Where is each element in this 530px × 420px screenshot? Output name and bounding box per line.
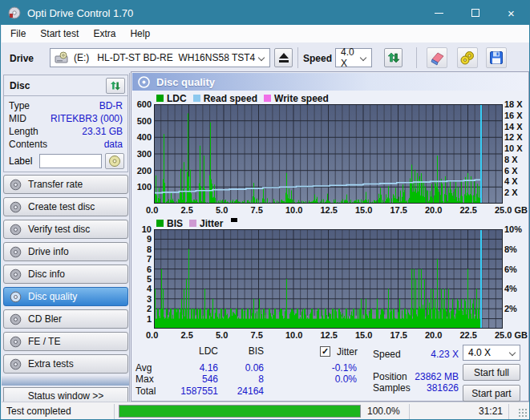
speed-select[interactable]: 4.0 X [335,48,372,67]
x-tick-label: 5.0 [216,330,228,340]
eject-button[interactable] [274,48,293,67]
y-tick-label: 2 [147,304,152,313]
resize-grip[interactable] [518,408,528,418]
sidebar-item-extra-tests[interactable]: Extra tests [3,354,128,374]
total-bis-value: 24164 [216,386,264,397]
minimize-button[interactable] [421,1,457,25]
y-tick-label: 16 X [504,111,523,120]
label-input[interactable] [39,154,102,168]
y-tick-label: 6 X [504,166,518,176]
chevron-down-icon [258,55,265,61]
bis-chart: BISJitter 10987654321 10%8%6%4%2% 0.02.5… [132,218,528,340]
sidebar-bottom-strip [2,376,129,386]
toolbar: Drive (E:) HL-DT-ST BD-RE WH16NS58 TST4 … [2,42,530,73]
sidebar: Disc TypeBD-RMIDRITEKBR3 (000)Length23.3… [2,73,130,402]
y-tick-label: 6% [504,265,517,274]
panel-header: Disc quality [132,73,528,91]
x-tick-label: 7.5 [251,205,263,215]
disc-label-button[interactable] [105,153,124,169]
eraser-icon [429,50,445,66]
disc-row-type: TypeBD-R [4,99,127,112]
max-bis-value: 8 [216,374,264,385]
elapsed-time: 31:21 [443,406,503,417]
x-tick-label: 15.0 [355,205,372,215]
jitter-checkbox-label: Jitter [337,346,358,357]
start-full-button[interactable]: Start full [463,364,520,381]
ldc-chart: LDCRead speedWrite speed 600500400300200… [132,93,528,215]
test-speed-value: 4.0 X [468,347,491,358]
y-tick-label: 12 X [504,132,523,142]
ldc-column-header: LDC [170,345,218,357]
legend-swatch [193,95,200,102]
x-tick-label: 17.5 [390,330,407,340]
avg-bis-value: 0.06 [216,362,264,374]
yellow-discs-icon [459,50,475,66]
speed-info-value: 4.23 X [403,349,459,360]
ldc-chart-legend: LDCRead speedWrite speed [156,93,335,103]
legend-marker [231,218,237,222]
sidebar-item-disc-info[interactable]: Disc info [3,265,128,284]
disc-icon [10,201,22,213]
y-tick-label: 200 [137,166,152,176]
bis-chart-plot [154,229,503,329]
refresh-arrows-icon [110,80,121,91]
close-icon: × [508,7,515,19]
sidebar-item-verify-test-disc[interactable]: Verify test disc [3,220,128,239]
erase-disc-button[interactable] [427,47,447,68]
menu-extra[interactable]: Extra [86,26,123,42]
speed-info-label: Speed [373,349,401,360]
save-button[interactable] [486,47,507,68]
sidebar-item-create-test-disc[interactable]: Create test disc [3,197,128,216]
sidebar-item-drive-info[interactable]: Drive info [3,242,128,261]
x-tick-label: 25.0 GB [495,205,528,215]
refresh-button[interactable] [384,48,403,67]
progress-bar [119,405,361,418]
y-tick-label: 4% [504,284,517,293]
menu-file[interactable]: File [3,26,33,42]
y-tick-label: 6 [147,265,152,274]
x-tick-label: 0.0 [146,205,158,215]
y-tick-label: 7 [147,254,152,264]
max-ldc-value: 546 [170,374,218,385]
legend-write-speed: Write speed [264,93,329,104]
maximize-button[interactable] [457,1,493,25]
legend-swatch [189,220,196,227]
start-part-button[interactable]: Start part [463,385,520,402]
sidebar-item-fe-te[interactable]: FE / TE [3,332,128,351]
legend-ldc: LDC [156,93,187,104]
disc-icon [10,269,22,281]
bis-column-header: BIS [216,345,264,357]
save-floppy-icon [488,50,504,66]
drive-select[interactable]: (E:) HL-DT-ST BD-RE WH16NS58 TST4 [50,48,270,67]
y-tick-label: 5 [147,274,152,284]
avg-ldc-value: 4.16 [170,362,218,374]
y-tick-label: 10 X [504,143,523,153]
sidebar-item-cd-bler[interactable]: CD Bler [3,309,128,329]
disc-icon [108,155,121,168]
y-tick-label: 100 [137,182,152,192]
chevron-down-icon [509,349,516,356]
menu-start-test[interactable]: Start test [33,26,86,42]
jitter-checkbox[interactable]: ✓ [320,346,330,357]
label-field-caption: Label [9,155,32,167]
drive-label: Drive [10,53,34,64]
title-bar: Opti Drive Control 1.70 × [1,1,529,25]
menu-help[interactable]: Help [123,26,157,42]
app-disc-icon [8,6,21,19]
sidebar-item-transfer-rate[interactable]: Transfer rate [3,175,128,194]
options-button[interactable] [457,47,478,68]
avg-jitter-value: -0.1% [309,362,357,374]
x-tick-label: 2.5 [181,205,193,215]
close-button[interactable]: × [493,1,529,25]
y-tick-label: 4 [147,284,152,293]
speed-label: Speed [303,53,332,64]
x-tick-label: 5.0 [216,205,228,215]
y-tick-label: 14 X [504,122,523,131]
y-tick-label: 1 [147,314,152,324]
stats-panel: LDC BIS Avg Max Total 4.16 0.06 -0.1% 54… [132,343,528,402]
legend-swatch [156,95,164,102]
sidebar-item-disc-quality[interactable]: Disc quality [3,287,128,306]
disc-refresh-button[interactable] [106,78,125,94]
test-speed-select[interactable]: 4.0 X [463,345,520,361]
y-tick-label: 3 [147,294,152,304]
